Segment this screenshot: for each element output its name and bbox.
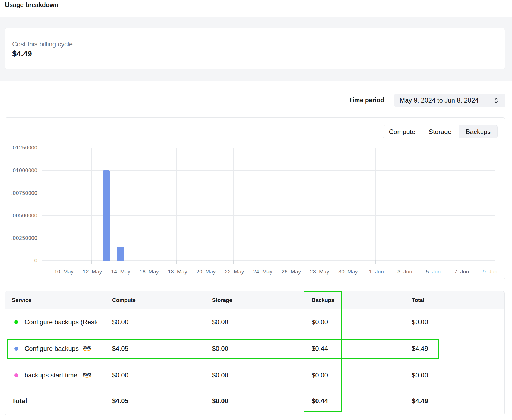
svg-text:aws: aws bbox=[83, 372, 91, 377]
